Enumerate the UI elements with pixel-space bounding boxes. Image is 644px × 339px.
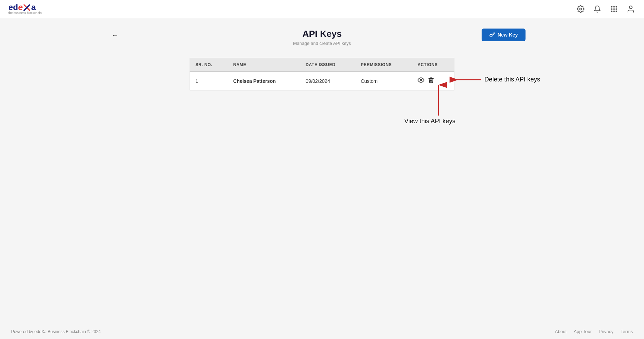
svg-rect-9 bbox=[611, 10, 613, 12]
view-annotation-text: View this API keys bbox=[404, 118, 455, 125]
delete-key-icon[interactable] bbox=[428, 77, 434, 85]
footer-links: About App Tour Privacy Terms bbox=[555, 329, 633, 334]
delete-annotation-text: Delete this API keys bbox=[484, 76, 540, 83]
footer-powered-by: Powered by edeXa Business Blockchain © 2… bbox=[11, 329, 101, 334]
cell-name: Chelsea Patterson bbox=[228, 72, 300, 90]
logo-x-icon bbox=[23, 4, 31, 11]
svg-rect-11 bbox=[616, 10, 617, 12]
col-sr-no: SR. NO. bbox=[190, 58, 228, 72]
svg-rect-7 bbox=[613, 8, 615, 10]
svg-rect-4 bbox=[613, 6, 615, 7]
table-row: 1 Chelsea Patterson 09/02/2024 Custom bbox=[190, 72, 454, 90]
user-avatar-icon[interactable] bbox=[626, 4, 636, 14]
logo-subtitle: the business blockchain bbox=[8, 11, 42, 15]
back-button[interactable]: ← bbox=[112, 31, 118, 39]
key-icon bbox=[489, 32, 495, 38]
apps-grid-icon[interactable] bbox=[609, 4, 619, 14]
col-date-issued: DATE ISSUED bbox=[300, 58, 355, 72]
col-permissions: PERMISSIONS bbox=[355, 58, 412, 72]
logo-letter-a: a bbox=[31, 3, 36, 12]
svg-point-12 bbox=[629, 6, 632, 9]
col-name: NAME bbox=[228, 58, 300, 72]
notification-icon[interactable] bbox=[592, 4, 602, 14]
api-keys-table: SR. NO. NAME DATE ISSUED PERMISSIONS ACT… bbox=[190, 58, 454, 90]
header: e d e a the business blockchain bbox=[0, 0, 644, 18]
table-body: 1 Chelsea Patterson 09/02/2024 Custom bbox=[190, 72, 454, 90]
logo-letter-d: d bbox=[13, 3, 18, 12]
footer-link-privacy[interactable]: Privacy bbox=[599, 329, 614, 334]
svg-rect-5 bbox=[616, 6, 617, 7]
logo-letter-x: e bbox=[18, 3, 23, 12]
logo: e d e a the business blockchain bbox=[8, 3, 42, 15]
svg-point-13 bbox=[420, 79, 422, 81]
api-keys-table-container: SR. NO. NAME DATE ISSUED PERMISSIONS ACT… bbox=[190, 58, 454, 90]
footer-link-terms[interactable]: Terms bbox=[621, 329, 633, 334]
cell-sr-no: 1 bbox=[190, 72, 228, 90]
settings-icon[interactable] bbox=[576, 4, 585, 14]
logo-letter-e: e bbox=[8, 3, 13, 12]
col-actions: ACTIONS bbox=[412, 58, 454, 72]
svg-rect-8 bbox=[616, 8, 617, 10]
new-key-button[interactable]: New Key bbox=[482, 29, 526, 41]
table-header: SR. NO. NAME DATE ISSUED PERMISSIONS ACT… bbox=[190, 58, 454, 72]
cell-actions bbox=[412, 72, 454, 90]
main-content: ← API Keys Manage and create API keys Ne… bbox=[0, 18, 644, 324]
page-title: API Keys bbox=[293, 29, 351, 39]
footer-link-about[interactable]: About bbox=[555, 329, 567, 334]
new-key-label: New Key bbox=[498, 32, 518, 38]
page-header: API Keys Manage and create API keys bbox=[293, 29, 351, 46]
svg-rect-6 bbox=[611, 8, 613, 10]
svg-rect-10 bbox=[613, 10, 615, 12]
page-subtitle: Manage and create API keys bbox=[293, 41, 351, 46]
logo-wrapper: e d e a the business blockchain bbox=[8, 3, 42, 15]
header-icons bbox=[576, 4, 636, 14]
footer-link-app-tour[interactable]: App Tour bbox=[574, 329, 592, 334]
cell-permissions: Custom bbox=[355, 72, 412, 90]
svg-rect-3 bbox=[611, 6, 613, 7]
view-key-icon[interactable] bbox=[417, 77, 424, 85]
svg-point-2 bbox=[580, 8, 582, 10]
footer: Powered by edeXa Business Blockchain © 2… bbox=[0, 324, 644, 339]
cell-date-issued: 09/02/2024 bbox=[300, 72, 355, 90]
